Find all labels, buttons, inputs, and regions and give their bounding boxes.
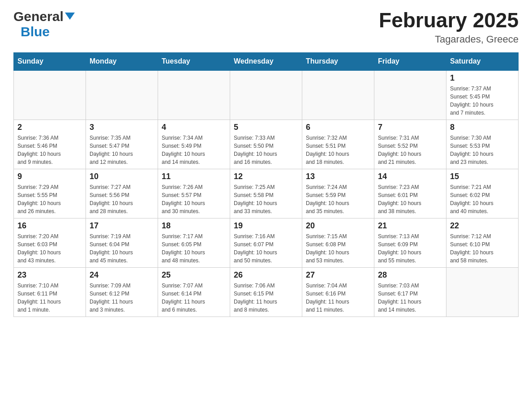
day-number: 17 — [90, 221, 154, 231]
calendar-cell: 9Sunrise: 7:29 AMSunset: 5:55 PMDaylight… — [14, 169, 86, 218]
day-number: 13 — [306, 172, 370, 181]
day-info: Sunrise: 7:24 AMSunset: 5:59 PMDaylight:… — [306, 183, 370, 215]
day-info: Sunrise: 7:33 AMSunset: 5:50 PMDaylight:… — [234, 134, 298, 166]
day-number: 12 — [234, 172, 298, 181]
day-number: 6 — [306, 123, 370, 132]
calendar-cell: 6Sunrise: 7:32 AMSunset: 5:51 PMDaylight… — [302, 120, 374, 169]
calendar-cell: 7Sunrise: 7:31 AMSunset: 5:52 PMDaylight… — [374, 120, 446, 169]
calendar-cell: 4Sunrise: 7:34 AMSunset: 5:49 PMDaylight… — [158, 120, 230, 169]
calendar-cell: 16Sunrise: 7:20 AMSunset: 6:03 PMDayligh… — [14, 218, 86, 267]
calendar-cell: 21Sunrise: 7:13 AMSunset: 6:09 PMDayligh… — [374, 218, 446, 267]
day-info: Sunrise: 7:12 AMSunset: 6:10 PMDaylight:… — [450, 232, 515, 265]
calendar-week-row: 16Sunrise: 7:20 AMSunset: 6:03 PMDayligh… — [14, 218, 519, 267]
weekday-header-sunday: Sunday — [14, 52, 86, 70]
calendar-cell — [446, 267, 519, 317]
day-number: 27 — [306, 270, 370, 280]
calendar-cell: 1Sunrise: 7:37 AMSunset: 5:45 PMDaylight… — [446, 70, 519, 120]
day-info: Sunrise: 7:23 AMSunset: 6:01 PMDaylight:… — [378, 183, 442, 215]
day-info: Sunrise: 7:21 AMSunset: 6:02 PMDaylight:… — [450, 183, 515, 215]
day-info: Sunrise: 7:25 AMSunset: 5:58 PMDaylight:… — [234, 183, 298, 215]
weekday-header-wednesday: Wednesday — [230, 52, 302, 70]
weekday-header-row: SundayMondayTuesdayWednesdayThursdayFrid… — [14, 52, 519, 70]
day-info: Sunrise: 7:15 AMSunset: 6:08 PMDaylight:… — [306, 232, 370, 265]
calendar-cell — [374, 70, 446, 120]
day-info: Sunrise: 7:29 AMSunset: 5:55 PMDaylight:… — [17, 183, 82, 215]
page-title: February 2025 — [379, 9, 519, 32]
day-info: Sunrise: 7:34 AMSunset: 5:49 PMDaylight:… — [162, 134, 226, 166]
weekday-header-monday: Monday — [86, 52, 158, 70]
day-info: Sunrise: 7:10 AMSunset: 6:11 PMDaylight:… — [17, 282, 82, 314]
day-info: Sunrise: 7:06 AMSunset: 6:15 PMDaylight:… — [234, 282, 298, 314]
day-number: 28 — [378, 270, 442, 280]
day-info: Sunrise: 7:04 AMSunset: 6:16 PMDaylight:… — [306, 282, 370, 314]
calendar-week-row: 9Sunrise: 7:29 AMSunset: 5:55 PMDaylight… — [14, 169, 519, 218]
day-number: 7 — [378, 123, 442, 132]
calendar-cell: 3Sunrise: 7:35 AMSunset: 5:47 PMDaylight… — [86, 120, 158, 169]
day-info: Sunrise: 7:20 AMSunset: 6:03 PMDaylight:… — [17, 232, 82, 265]
day-number: 4 — [162, 123, 226, 132]
weekday-header-thursday: Thursday — [302, 52, 374, 70]
calendar-table: SundayMondayTuesdayWednesdayThursdayFrid… — [13, 52, 519, 317]
calendar-cell: 19Sunrise: 7:16 AMSunset: 6:07 PMDayligh… — [230, 218, 302, 267]
weekday-header-tuesday: Tuesday — [158, 52, 230, 70]
day-info: Sunrise: 7:30 AMSunset: 5:53 PMDaylight:… — [450, 134, 515, 166]
day-number: 21 — [378, 221, 442, 231]
calendar-cell — [158, 70, 230, 120]
day-info: Sunrise: 7:17 AMSunset: 6:05 PMDaylight:… — [162, 232, 226, 265]
logo: General Blue — [13, 9, 75, 39]
calendar-cell: 11Sunrise: 7:26 AMSunset: 5:57 PMDayligh… — [158, 169, 230, 218]
day-number: 9 — [17, 172, 82, 181]
day-number: 26 — [234, 270, 298, 280]
day-number: 10 — [90, 172, 154, 181]
calendar-week-row: 2Sunrise: 7:36 AMSunset: 5:46 PMDaylight… — [14, 120, 519, 169]
day-number: 24 — [90, 270, 154, 280]
calendar-cell: 2Sunrise: 7:36 AMSunset: 5:46 PMDaylight… — [14, 120, 86, 169]
day-info: Sunrise: 7:36 AMSunset: 5:46 PMDaylight:… — [17, 134, 82, 166]
calendar-cell: 27Sunrise: 7:04 AMSunset: 6:16 PMDayligh… — [302, 267, 374, 317]
calendar-cell: 28Sunrise: 7:03 AMSunset: 6:17 PMDayligh… — [374, 267, 446, 317]
day-info: Sunrise: 7:26 AMSunset: 5:57 PMDaylight:… — [162, 183, 226, 215]
day-number: 18 — [162, 221, 226, 231]
calendar-cell — [230, 70, 302, 120]
calendar-cell: 25Sunrise: 7:07 AMSunset: 6:14 PMDayligh… — [158, 267, 230, 317]
weekday-header-friday: Friday — [374, 52, 446, 70]
day-info: Sunrise: 7:09 AMSunset: 6:12 PMDaylight:… — [90, 282, 154, 314]
calendar-cell: 12Sunrise: 7:25 AMSunset: 5:58 PMDayligh… — [230, 169, 302, 218]
svg-marker-0 — [65, 13, 75, 20]
logo-arrow-icon — [65, 11, 75, 22]
calendar-cell: 18Sunrise: 7:17 AMSunset: 6:05 PMDayligh… — [158, 218, 230, 267]
day-info: Sunrise: 7:37 AMSunset: 5:45 PMDaylight:… — [450, 85, 515, 117]
logo-blue-text: Blue — [21, 24, 50, 39]
calendar-week-row: 1Sunrise: 7:37 AMSunset: 5:45 PMDaylight… — [14, 70, 519, 120]
calendar-cell: 20Sunrise: 7:15 AMSunset: 6:08 PMDayligh… — [302, 218, 374, 267]
calendar-cell: 23Sunrise: 7:10 AMSunset: 6:11 PMDayligh… — [14, 267, 86, 317]
day-info: Sunrise: 7:16 AMSunset: 6:07 PMDaylight:… — [234, 232, 298, 265]
title-block: February 2025 Tagarades, Greece — [379, 9, 519, 45]
day-number: 14 — [378, 172, 442, 181]
calendar-cell: 24Sunrise: 7:09 AMSunset: 6:12 PMDayligh… — [86, 267, 158, 317]
calendar-cell: 14Sunrise: 7:23 AMSunset: 6:01 PMDayligh… — [374, 169, 446, 218]
day-info: Sunrise: 7:32 AMSunset: 5:51 PMDaylight:… — [306, 134, 370, 166]
day-number: 3 — [90, 123, 154, 132]
calendar-week-row: 23Sunrise: 7:10 AMSunset: 6:11 PMDayligh… — [14, 267, 519, 317]
day-number: 2 — [17, 123, 82, 132]
day-number: 11 — [162, 172, 226, 181]
day-info: Sunrise: 7:31 AMSunset: 5:52 PMDaylight:… — [378, 134, 442, 166]
calendar-cell: 8Sunrise: 7:30 AMSunset: 5:53 PMDaylight… — [446, 120, 519, 169]
page-subtitle: Tagarades, Greece — [379, 34, 519, 45]
calendar-cell: 13Sunrise: 7:24 AMSunset: 5:59 PMDayligh… — [302, 169, 374, 218]
calendar-cell: 5Sunrise: 7:33 AMSunset: 5:50 PMDaylight… — [230, 120, 302, 169]
calendar-cell — [86, 70, 158, 120]
day-info: Sunrise: 7:13 AMSunset: 6:09 PMDaylight:… — [378, 232, 442, 265]
day-number: 16 — [17, 221, 82, 231]
day-number: 1 — [450, 73, 515, 83]
day-number: 25 — [162, 270, 226, 280]
calendar-cell: 10Sunrise: 7:27 AMSunset: 5:56 PMDayligh… — [86, 169, 158, 218]
calendar-cell — [14, 70, 86, 120]
day-number: 22 — [450, 221, 515, 231]
day-number: 8 — [450, 123, 515, 132]
calendar-cell: 15Sunrise: 7:21 AMSunset: 6:02 PMDayligh… — [446, 169, 519, 218]
day-number: 5 — [234, 123, 298, 132]
day-number: 20 — [306, 221, 370, 231]
calendar-cell — [302, 70, 374, 120]
